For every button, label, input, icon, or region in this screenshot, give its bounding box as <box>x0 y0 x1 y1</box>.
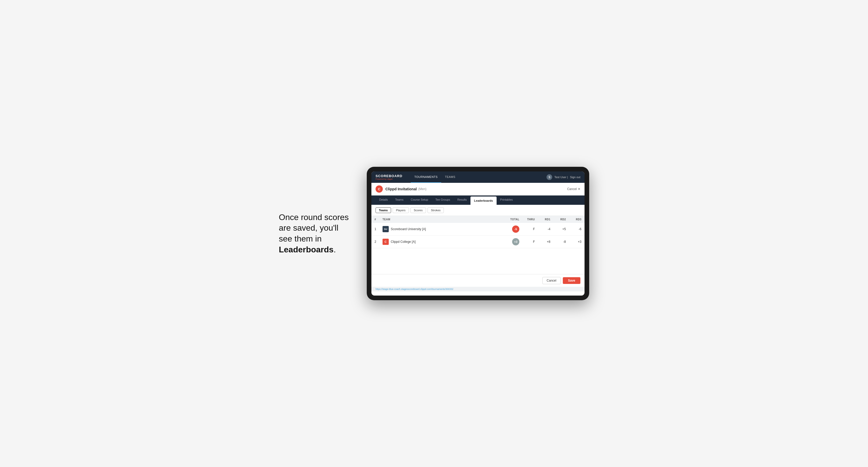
tournament-header: C Clippd Invitational (Men) Cancel ✕ <box>371 183 585 195</box>
total-cell-2: +3 <box>502 236 523 248</box>
filter-row: Teams Players Scores Strokes <box>371 205 585 216</box>
total-cell-1: -5 <box>502 223 523 236</box>
team-name-1: Scoreboard University [A] <box>391 227 426 231</box>
score-badge-2: +3 <box>512 238 519 245</box>
col-rd2: RD2 <box>554 216 569 223</box>
team-logo-2: C <box>382 239 389 245</box>
col-team: TEAM <box>379 216 502 223</box>
rd3-cell-1: -6 <box>569 223 585 236</box>
team-cell: SU Scoreboard University [A] <box>379 223 502 236</box>
tab-results[interactable]: Results <box>454 195 470 205</box>
tablet-frame: SCOREBOARD Powered by clippd TOURNAMENTS… <box>367 167 589 300</box>
nav-tournaments[interactable]: TOURNAMENTS <box>411 172 441 183</box>
tournament-type: (Men) <box>418 187 426 191</box>
nav-right: S Test User | Sign out <box>547 174 580 180</box>
top-nav: SCOREBOARD Powered by clippd TOURNAMENTS… <box>371 172 585 183</box>
nav-links: TOURNAMENTS TEAMS <box>411 172 540 183</box>
filter-strokes-btn[interactable]: Strokes <box>428 207 444 213</box>
leaderboard-table: # TEAM TOTAL THRU RD1 RD2 RD3 1 <box>371 216 585 248</box>
col-total: TOTAL <box>502 216 523 223</box>
sidebar-description: Once round scores are saved, you'll see … <box>279 212 351 255</box>
tab-tee-groups[interactable]: Tee Groups <box>432 195 454 205</box>
rd1-cell-2: +8 <box>538 236 554 248</box>
score-badge-1: -5 <box>512 225 519 233</box>
tab-teams[interactable]: Teams <box>392 195 407 205</box>
team-cell: C Clippd College [A] <box>379 236 502 248</box>
tabs-row: Details Teams Course Setup Tee Groups Re… <box>371 195 585 205</box>
filter-teams-btn[interactable]: Teams <box>376 207 391 213</box>
brand-sub: Powered by clippd <box>376 178 402 180</box>
content-spacer <box>371 248 585 274</box>
col-thru: THRU <box>523 216 538 223</box>
tournament-cancel-btn[interactable]: Cancel ✕ <box>567 187 580 191</box>
team-logo-1: SU <box>382 226 389 232</box>
sign-out-link[interactable]: Sign out <box>570 176 580 179</box>
user-avatar: S <box>547 174 552 180</box>
tab-printables[interactable]: Printables <box>497 195 517 205</box>
team-name-2: Clippd College [A] <box>391 240 416 244</box>
tab-leaderboards[interactable]: Leaderboards <box>470 196 497 205</box>
tab-details[interactable]: Details <box>376 195 392 205</box>
rank-cell: 1 <box>371 223 379 236</box>
rank-cell: 2 <box>371 236 379 248</box>
brand: SCOREBOARD Powered by clippd <box>376 174 402 180</box>
table-row: 1 SU Scoreboard University [A] -5 <box>371 223 585 236</box>
filter-players-btn[interactable]: Players <box>393 207 409 213</box>
page-footer: Cancel Save <box>371 274 585 287</box>
status-url: https://stage-blue-coach.stagesscoreboar… <box>376 288 454 290</box>
rd3-cell-2: +3 <box>569 236 585 248</box>
rd2-cell-2: -8 <box>554 236 569 248</box>
save-button[interactable]: Save <box>563 277 580 284</box>
table-header-row: # TEAM TOTAL THRU RD1 RD2 RD3 <box>371 216 585 223</box>
cancel-button[interactable]: Cancel <box>542 277 561 284</box>
tournament-icon: C <box>376 185 383 193</box>
tablet-screen: SCOREBOARD Powered by clippd TOURNAMENTS… <box>371 172 585 295</box>
col-rd1: RD1 <box>538 216 554 223</box>
filter-scores-btn[interactable]: Scores <box>410 207 426 213</box>
tab-course-setup[interactable]: Course Setup <box>407 195 432 205</box>
sidebar-highlight: Leaderboards <box>279 245 334 254</box>
table-row: 2 C Clippd College [A] +3 F <box>371 236 585 248</box>
user-name: Test User | <box>554 176 568 179</box>
thru-cell-2: F <box>523 236 538 248</box>
tournament-name: Clippd Invitational <box>385 187 417 191</box>
thru-cell-1: F <box>523 223 538 236</box>
nav-teams[interactable]: TEAMS <box>441 172 459 183</box>
col-rank: # <box>371 216 379 223</box>
col-rd3: RD3 <box>569 216 585 223</box>
sidebar-text-line1: Once round scores are saved, you'll see … <box>279 213 349 243</box>
brand-title: SCOREBOARD <box>376 174 402 178</box>
rd2-cell-1: +5 <box>554 223 569 236</box>
status-bar: https://stage-blue-coach.stagesscoreboar… <box>371 287 585 291</box>
sidebar-punctuation: . <box>334 245 336 254</box>
rd1-cell-1: -4 <box>538 223 554 236</box>
